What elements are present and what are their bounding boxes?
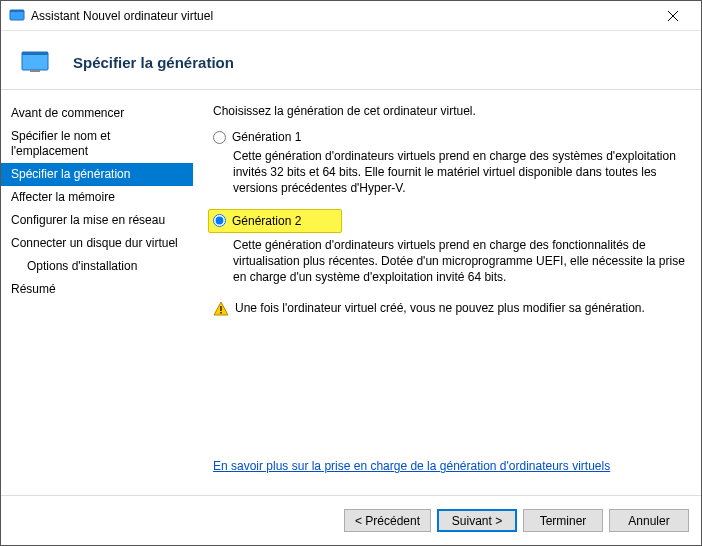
wizard-nav: Avant de commencer Spécifier le nom et l… — [1, 90, 193, 495]
nav-step-memory[interactable]: Affecter la mémoire — [1, 186, 193, 209]
generation-1-radio[interactable] — [213, 131, 226, 144]
svg-rect-6 — [30, 70, 40, 72]
warning-text: Une fois l'ordinateur virtuel créé, vous… — [235, 301, 645, 315]
generation-1-option[interactable]: Génération 1 — [213, 130, 685, 144]
nav-step-summary[interactable]: Résumé — [1, 278, 193, 301]
generation-1-description: Cette génération d'ordinateurs virtuels … — [233, 148, 685, 197]
nav-step-name-location[interactable]: Spécifier le nom et l'emplacement — [1, 125, 193, 163]
wizard-content: Choisissez la génération de cet ordinate… — [193, 90, 701, 495]
generation-2-description: Cette génération d'ordinateurs virtuels … — [233, 237, 685, 286]
generation-2-radio[interactable] — [213, 214, 226, 227]
learn-more-link[interactable]: En savoir plus sur la prise en charge de… — [213, 459, 685, 473]
next-button[interactable]: Suivant > — [437, 509, 517, 532]
generation-2-label: Génération 2 — [232, 214, 301, 228]
intro-text: Choisissez la génération de cet ordinate… — [213, 104, 685, 118]
titlebar: Assistant Nouvel ordinateur virtuel — [1, 1, 701, 31]
app-icon — [9, 8, 25, 24]
cancel-button[interactable]: Annuler — [609, 509, 689, 532]
nav-step-network[interactable]: Configurer la mise en réseau — [1, 209, 193, 232]
nav-step-generation[interactable]: Spécifier la génération — [1, 163, 193, 186]
previous-button[interactable]: < Précédent — [344, 509, 431, 532]
wizard-footer: < Précédent Suivant > Terminer Annuler — [1, 495, 701, 545]
page-title: Spécifier la génération — [73, 54, 234, 71]
nav-step-before-begin[interactable]: Avant de commencer — [1, 102, 193, 125]
generation-1-label: Génération 1 — [232, 130, 301, 144]
wizard-window: Assistant Nouvel ordinateur virtuel Spéc… — [0, 0, 702, 546]
warning-row: Une fois l'ordinateur virtuel créé, vous… — [213, 301, 685, 317]
finish-button[interactable]: Terminer — [523, 509, 603, 532]
generation-2-option[interactable]: Génération 2 — [208, 209, 342, 233]
warning-icon — [213, 301, 229, 317]
svg-rect-9 — [220, 312, 222, 314]
content-spacer — [213, 317, 685, 459]
close-button[interactable] — [653, 2, 693, 30]
nav-step-install-options[interactable]: Options d'installation — [1, 255, 193, 278]
window-title: Assistant Nouvel ordinateur virtuel — [31, 9, 653, 23]
svg-rect-5 — [22, 52, 48, 55]
vm-icon — [21, 51, 49, 73]
nav-step-disk[interactable]: Connecter un disque dur virtuel — [1, 232, 193, 255]
svg-rect-8 — [220, 306, 222, 311]
svg-rect-1 — [10, 10, 24, 12]
wizard-header: Spécifier la génération — [1, 31, 701, 90]
wizard-body: Avant de commencer Spécifier le nom et l… — [1, 90, 701, 495]
